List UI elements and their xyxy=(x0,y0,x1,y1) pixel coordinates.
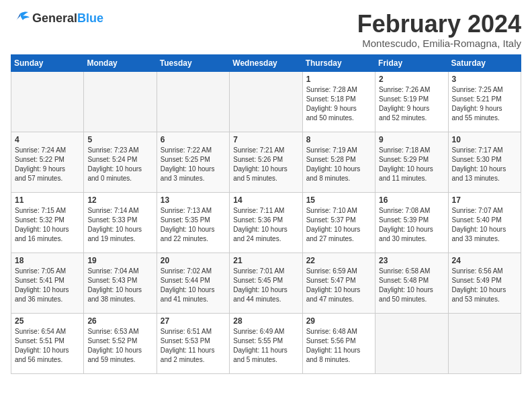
day-number: 12 xyxy=(87,195,152,205)
calendar-cell: 17Sunrise: 7:07 AM Sunset: 5:40 PM Dayli… xyxy=(448,192,521,253)
day-info: Sunrise: 7:18 AM Sunset: 5:29 PM Dayligh… xyxy=(379,146,444,183)
day-info: Sunrise: 7:24 AM Sunset: 5:22 PM Dayligh… xyxy=(15,146,80,183)
day-info: Sunrise: 7:17 AM Sunset: 5:30 PM Dayligh… xyxy=(452,146,517,183)
day-number: 3 xyxy=(452,75,517,84)
day-info: Sunrise: 6:49 AM Sunset: 5:55 PM Dayligh… xyxy=(233,327,298,365)
day-of-week-header: Monday xyxy=(84,54,157,71)
page-header: GeneralBlue February 2024 Montescudo, Em… xyxy=(11,11,521,49)
day-number: 28 xyxy=(233,316,298,326)
calendar-body: 1Sunrise: 7:28 AM Sunset: 5:18 PM Daylig… xyxy=(11,71,521,373)
day-info: Sunrise: 7:01 AM Sunset: 5:45 PM Dayligh… xyxy=(233,267,298,304)
day-info: Sunrise: 7:25 AM Sunset: 5:21 PM Dayligh… xyxy=(452,85,517,123)
calendar-cell xyxy=(230,71,302,132)
day-number: 25 xyxy=(15,316,80,326)
day-of-week-header: Sunday xyxy=(11,54,84,71)
day-info: Sunrise: 7:07 AM Sunset: 5:40 PM Dayligh… xyxy=(452,206,517,244)
calendar-cell: 28Sunrise: 6:49 AM Sunset: 5:55 PM Dayli… xyxy=(230,313,302,373)
calendar-cell: 10Sunrise: 7:17 AM Sunset: 5:30 PM Dayli… xyxy=(448,132,521,192)
day-info: Sunrise: 6:54 AM Sunset: 5:51 PM Dayligh… xyxy=(15,327,80,365)
calendar-cell xyxy=(157,71,229,132)
title-block: February 2024 Montescudo, Emilia-Romagna… xyxy=(357,11,521,49)
calendar-cell: 20Sunrise: 7:02 AM Sunset: 5:44 PM Dayli… xyxy=(157,253,229,313)
calendar-cell: 22Sunrise: 6:59 AM Sunset: 5:47 PM Dayli… xyxy=(302,253,375,313)
day-info: Sunrise: 7:15 AM Sunset: 5:32 PM Dayligh… xyxy=(15,206,80,244)
calendar-cell: 1Sunrise: 7:28 AM Sunset: 5:18 PM Daylig… xyxy=(302,71,375,132)
day-info: Sunrise: 7:11 AM Sunset: 5:36 PM Dayligh… xyxy=(233,206,298,244)
calendar-cell: 26Sunrise: 6:53 AM Sunset: 5:52 PM Dayli… xyxy=(84,313,157,373)
day-number: 6 xyxy=(161,135,226,144)
day-number: 22 xyxy=(306,256,371,265)
day-info: Sunrise: 6:56 AM Sunset: 5:49 PM Dayligh… xyxy=(452,267,517,304)
day-info: Sunrise: 7:04 AM Sunset: 5:43 PM Dayligh… xyxy=(87,267,152,304)
calendar-cell: 11Sunrise: 7:15 AM Sunset: 5:32 PM Dayli… xyxy=(11,192,84,253)
day-info: Sunrise: 7:02 AM Sunset: 5:44 PM Dayligh… xyxy=(161,267,226,304)
calendar-cell: 8Sunrise: 7:19 AM Sunset: 5:28 PM Daylig… xyxy=(302,132,375,192)
day-number: 16 xyxy=(379,195,444,205)
day-info: Sunrise: 6:51 AM Sunset: 5:53 PM Dayligh… xyxy=(161,327,226,365)
day-number: 19 xyxy=(87,256,152,265)
day-number: 20 xyxy=(161,256,226,265)
day-number: 10 xyxy=(452,135,517,144)
day-of-week-header: Thursday xyxy=(302,54,375,71)
day-info: Sunrise: 7:22 AM Sunset: 5:25 PM Dayligh… xyxy=(161,146,226,183)
calendar-cell: 23Sunrise: 6:58 AM Sunset: 5:48 PM Dayli… xyxy=(375,253,448,313)
day-info: Sunrise: 7:19 AM Sunset: 5:28 PM Dayligh… xyxy=(306,146,371,183)
day-info: Sunrise: 7:05 AM Sunset: 5:41 PM Dayligh… xyxy=(15,267,80,304)
day-number: 14 xyxy=(233,195,298,205)
calendar-cell: 3Sunrise: 7:25 AM Sunset: 5:21 PM Daylig… xyxy=(448,71,521,132)
calendar-week-row: 4Sunrise: 7:24 AM Sunset: 5:22 PM Daylig… xyxy=(11,132,521,192)
logo-general-text: General xyxy=(32,11,77,25)
day-number: 7 xyxy=(233,135,298,144)
calendar-cell: 6Sunrise: 7:22 AM Sunset: 5:25 PM Daylig… xyxy=(157,132,229,192)
logo-icon xyxy=(11,11,30,26)
calendar-title: February 2024 xyxy=(357,11,521,38)
calendar-cell xyxy=(448,313,521,373)
day-number: 5 xyxy=(87,135,152,144)
calendar-cell: 5Sunrise: 7:23 AM Sunset: 5:24 PM Daylig… xyxy=(84,132,157,192)
calendar-cell xyxy=(11,71,84,132)
day-number: 24 xyxy=(452,256,517,265)
calendar-cell: 7Sunrise: 7:21 AM Sunset: 5:26 PM Daylig… xyxy=(230,132,302,192)
calendar-cell xyxy=(84,71,157,132)
day-number: 9 xyxy=(379,135,444,144)
day-info: Sunrise: 7:21 AM Sunset: 5:26 PM Dayligh… xyxy=(233,146,298,183)
calendar-cell: 9Sunrise: 7:18 AM Sunset: 5:29 PM Daylig… xyxy=(375,132,448,192)
day-number: 2 xyxy=(379,75,444,84)
day-info: Sunrise: 7:10 AM Sunset: 5:37 PM Dayligh… xyxy=(306,206,371,244)
day-number: 8 xyxy=(306,135,371,144)
calendar-cell: 29Sunrise: 6:48 AM Sunset: 5:56 PM Dayli… xyxy=(302,313,375,373)
calendar-cell: 15Sunrise: 7:10 AM Sunset: 5:37 PM Dayli… xyxy=(302,192,375,253)
day-info: Sunrise: 6:53 AM Sunset: 5:52 PM Dayligh… xyxy=(87,327,152,365)
day-number: 11 xyxy=(15,195,80,205)
calendar-week-row: 18Sunrise: 7:05 AM Sunset: 5:41 PM Dayli… xyxy=(11,253,521,313)
day-info: Sunrise: 7:23 AM Sunset: 5:24 PM Dayligh… xyxy=(87,146,152,183)
day-number: 29 xyxy=(306,316,371,326)
day-of-week-header: Tuesday xyxy=(157,54,229,71)
calendar-cell: 14Sunrise: 7:11 AM Sunset: 5:36 PM Dayli… xyxy=(230,192,302,253)
day-number: 13 xyxy=(161,195,226,205)
calendar-cell: 16Sunrise: 7:08 AM Sunset: 5:39 PM Dayli… xyxy=(375,192,448,253)
calendar-cell: 25Sunrise: 6:54 AM Sunset: 5:51 PM Dayli… xyxy=(11,313,84,373)
day-number: 15 xyxy=(306,195,371,205)
day-of-week-header: Saturday xyxy=(448,54,521,71)
calendar-subtitle: Montescudo, Emilia-Romagna, Italy xyxy=(357,38,521,49)
day-number: 17 xyxy=(452,195,517,205)
calendar-cell: 13Sunrise: 7:13 AM Sunset: 5:35 PM Dayli… xyxy=(157,192,229,253)
calendar-cell xyxy=(375,313,448,373)
calendar-week-row: 1Sunrise: 7:28 AM Sunset: 5:18 PM Daylig… xyxy=(11,71,521,132)
calendar-cell: 24Sunrise: 6:56 AM Sunset: 5:49 PM Dayli… xyxy=(448,253,521,313)
day-number: 18 xyxy=(15,256,80,265)
calendar-cell: 27Sunrise: 6:51 AM Sunset: 5:53 PM Dayli… xyxy=(157,313,229,373)
calendar-cell: 21Sunrise: 7:01 AM Sunset: 5:45 PM Dayli… xyxy=(230,253,302,313)
day-number: 1 xyxy=(306,75,371,84)
calendar-table: SundayMondayTuesdayWednesdayThursdayFrid… xyxy=(11,54,521,374)
day-of-week-header: Wednesday xyxy=(230,54,302,71)
day-info: Sunrise: 7:14 AM Sunset: 5:33 PM Dayligh… xyxy=(87,206,152,244)
logo: GeneralBlue xyxy=(11,11,103,26)
day-of-week-header: Friday xyxy=(375,54,448,71)
day-info: Sunrise: 6:48 AM Sunset: 5:56 PM Dayligh… xyxy=(306,327,371,365)
calendar-week-row: 25Sunrise: 6:54 AM Sunset: 5:51 PM Dayli… xyxy=(11,313,521,373)
calendar-cell: 18Sunrise: 7:05 AM Sunset: 5:41 PM Dayli… xyxy=(11,253,84,313)
day-info: Sunrise: 7:28 AM Sunset: 5:18 PM Dayligh… xyxy=(306,85,371,123)
calendar-header-row: SundayMondayTuesdayWednesdayThursdayFrid… xyxy=(11,54,521,71)
